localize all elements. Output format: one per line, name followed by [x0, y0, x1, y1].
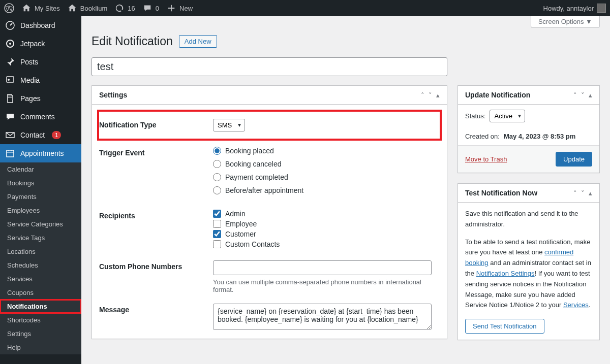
wp-logo[interactable] [4, 3, 14, 13]
recipient-checkbox[interactable] [213, 220, 221, 228]
services-link[interactable]: Services [563, 301, 589, 309]
update-button[interactable]: Update [556, 152, 592, 167]
toggle-icon[interactable]: ▴ [436, 91, 440, 99]
message-textarea[interactable] [213, 304, 432, 330]
trigger-option[interactable]: Payment completed [213, 173, 440, 181]
message-row: Message [99, 304, 440, 332]
calendar-icon [5, 148, 15, 158]
sidebar-sub-bookings[interactable]: Bookings [0, 176, 81, 190]
mail-icon [5, 130, 15, 140]
recipient-checkbox[interactable] [213, 240, 221, 248]
sidebar-item-comments[interactable]: Comments [0, 108, 81, 126]
test-p1: Save this notification and send it to th… [465, 209, 592, 230]
recipient-option[interactable]: Employee [213, 220, 440, 228]
move-down-icon[interactable]: ˅ [581, 189, 585, 197]
sidebar-sub-service-tags[interactable]: Service Tags [0, 231, 81, 245]
sidebar-item-jetpack[interactable]: Jetpack [0, 35, 81, 53]
sidebar-sub-services[interactable]: Services [0, 272, 81, 286]
sidebar-sub-notifications[interactable]: Notifications [0, 300, 81, 313]
recipient-checkbox[interactable] [213, 210, 221, 218]
sidebar-item-contact[interactable]: Contact1 [0, 126, 81, 144]
notification-type-select[interactable]: SMS [213, 119, 245, 131]
custom-phone-label: Custom Phone Numbers [99, 260, 213, 293]
updates-count: 16 [128, 5, 135, 12]
recipient-option[interactable]: Custom Contacts [213, 240, 440, 248]
site-name[interactable]: Booklium [67, 3, 107, 13]
sidebar-item-appointments[interactable]: Appointments [0, 144, 81, 162]
comments-count: 0 [156, 5, 159, 12]
message-label: Message [99, 304, 213, 332]
move-down-icon[interactable]: ˅ [581, 91, 585, 99]
move-up-icon[interactable]: ˄ [573, 91, 577, 99]
move-up-icon[interactable]: ˄ [573, 189, 577, 197]
sidebar-sub-payments[interactable]: Payments [0, 190, 81, 204]
svg-rect-7 [7, 150, 14, 157]
new-content[interactable]: New [166, 3, 193, 13]
house-icon [21, 3, 32, 13]
badge: 1 [52, 131, 61, 139]
plus-icon [166, 3, 176, 13]
svg-point-3 [9, 43, 11, 45]
screen-options-toggle[interactable]: Screen Options ▼ [531, 16, 600, 28]
update-heading: Update Notification [465, 91, 530, 99]
sidebar-sub-help[interactable]: Help [0, 341, 81, 354]
status-select[interactable]: Active [490, 110, 525, 122]
settings-heading: Settings [99, 91, 127, 99]
add-new-button[interactable]: Add New [179, 35, 217, 48]
trigger-event-label: Trigger Event [99, 147, 213, 200]
updates[interactable]: 16 [114, 3, 135, 13]
main-content: Screen Options ▼ Edit Notification Add N… [81, 16, 610, 364]
sidebar-sub-shortcodes[interactable]: Shortcodes [0, 313, 81, 327]
trigger-radio[interactable] [213, 173, 221, 181]
sidebar-sub-coupons[interactable]: Coupons [0, 286, 81, 300]
created-value: May 4, 2023 @ 8:53 pm [504, 133, 575, 140]
sidebar-label: Contact [20, 131, 45, 139]
recipient-checkbox[interactable] [213, 230, 221, 238]
move-down-icon[interactable]: ˅ [429, 91, 432, 99]
sidebar-label: Jetpack [20, 40, 45, 48]
move-up-icon[interactable]: ˄ [421, 91, 424, 99]
sidebar-item-media[interactable]: Media [0, 71, 81, 89]
sidebar-sub-schedules[interactable]: Schedules [0, 258, 81, 272]
notification-type-label: Notification Type [99, 119, 213, 131]
sidebar-item-dashboard[interactable]: Dashboard [0, 16, 81, 35]
sidebar-sub-calendar[interactable]: Calendar [0, 162, 81, 176]
sidebar-label: Media [20, 76, 40, 84]
sidebar-item-pages[interactable]: Pages [0, 89, 81, 108]
custom-phone-input[interactable] [213, 260, 432, 275]
sidebar-sub-service-categories[interactable]: Service Categories [0, 217, 81, 231]
post-title-input[interactable] [92, 57, 447, 76]
trigger-event-row: Trigger Event Booking placedBooking canc… [99, 147, 440, 200]
trigger-radio[interactable] [213, 186, 221, 194]
sidebar-sub-settings[interactable]: Settings [0, 327, 81, 341]
sidebar-item-posts[interactable]: Posts [0, 53, 81, 71]
test-p2: To be able to send a test notification, … [465, 237, 592, 311]
chat-icon [5, 112, 15, 122]
test-postbox: Test Notification Now ˄ ˅ ▴ Save this no… [458, 183, 600, 340]
recipient-option[interactable]: Admin [213, 210, 440, 218]
circle-icon [5, 39, 15, 49]
notification-settings-link[interactable]: Notification Settings [476, 270, 535, 277]
sidebar-sub-employees[interactable]: Employees [0, 204, 81, 217]
sidebar-sub-locations[interactable]: Locations [0, 245, 81, 258]
my-sites[interactable]: My Sites [21, 3, 60, 13]
move-to-trash-link[interactable]: Move to Trash [465, 155, 507, 163]
sidebar-label: Appointments [20, 149, 64, 157]
trigger-option[interactable]: Booking placed [213, 147, 440, 155]
trigger-option[interactable]: Booking canceled [213, 160, 440, 168]
send-test-button[interactable]: Send Test Notification [465, 319, 544, 334]
trigger-option[interactable]: Before/after appointment [213, 186, 440, 194]
comment-icon [142, 3, 152, 13]
recipient-option[interactable]: Customer [213, 230, 440, 238]
trigger-radio[interactable] [213, 147, 221, 155]
comments[interactable]: 0 [142, 3, 159, 13]
toggle-icon[interactable]: ▴ [589, 189, 592, 197]
trigger-radio[interactable] [213, 160, 221, 168]
svg-point-0 [5, 4, 14, 13]
custom-phone-help: You can use multiple comma-separated pho… [213, 278, 432, 293]
my-account[interactable]: Howdy, anntaylor [543, 4, 606, 13]
status-label: Status: [465, 112, 485, 120]
toggle-icon[interactable]: ▴ [589, 91, 592, 99]
my-sites-label: My Sites [35, 5, 60, 12]
howdy-label: Howdy, anntaylor [543, 5, 594, 12]
